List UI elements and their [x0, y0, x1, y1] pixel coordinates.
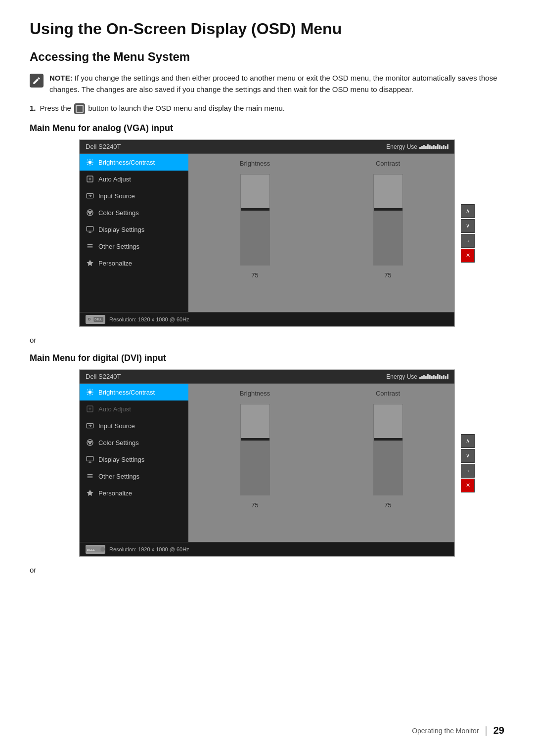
- svg-line-7: [88, 164, 88, 165]
- subsection1-title: Main Menu for analog (VGA) input: [30, 123, 504, 133]
- svg-marker-26: [87, 260, 93, 266]
- dvi-nav-right-button[interactable]: →: [461, 464, 475, 478]
- osd-dvi-menu-item-other-settings[interactable]: Other Settings: [80, 468, 188, 485]
- section-title: Accessing the Menu System: [30, 50, 504, 64]
- auto-adjust-icon: [86, 175, 94, 183]
- svg-point-58: [100, 547, 105, 552]
- osd-button-inline: [74, 103, 85, 114]
- menu-item-label: Other Settings: [98, 243, 139, 250]
- svg-line-34: [88, 390, 88, 390]
- energy-bar: [419, 377, 421, 379]
- osd-dvi-header: Dell S2240T Energy Use: [80, 370, 454, 384]
- osd-vga-energy: Energy Use: [386, 143, 448, 150]
- menu-item-label: Display Settings: [98, 226, 144, 233]
- dvi-contrast-fill: [374, 441, 402, 495]
- note-text: NOTE: If you change the settings and the…: [49, 73, 504, 95]
- dvi-nav-down-button[interactable]: ∨: [461, 449, 475, 463]
- page-title: Using the On-Screen Display (OSD) Menu: [30, 20, 504, 38]
- energy-bar: [429, 375, 431, 379]
- osd-menu-item-auto-adjust[interactable]: Auto Adjust: [80, 171, 188, 187]
- osd-menu-item-other-settings[interactable]: Other Settings: [80, 238, 188, 255]
- dvi-nav-up-button[interactable]: ∧: [461, 434, 475, 448]
- menu-item-label: Auto Adjust: [98, 405, 131, 413]
- color-settings-icon-dvi: [86, 438, 94, 447]
- osd-dvi-nav-buttons: ∧ ∨ → ✕: [461, 434, 475, 492]
- energy-bar: [437, 144, 439, 149]
- osd-menu-item-input-source[interactable]: Input Source: [80, 187, 188, 204]
- svg-point-31: [89, 391, 92, 394]
- menu-item-label: Brightness/Contrast: [98, 389, 155, 396]
- dvi-contrast-value: 75: [384, 501, 391, 509]
- other-settings-icon-dvi: [86, 472, 94, 481]
- osd-vga-header: Dell S2240T Energy Use: [80, 140, 454, 154]
- osd-dvi-menu-item-display-settings[interactable]: Display Settings: [80, 451, 188, 468]
- step-1: 1. Press the button to launch the OSD me…: [30, 103, 504, 114]
- svg-line-39: [92, 390, 92, 390]
- nav-close-button[interactable]: ✕: [461, 249, 475, 263]
- osd-menu-item-brightness[interactable]: Brightness/Contrast: [80, 154, 188, 171]
- brightness-label: Brightness: [240, 160, 270, 167]
- energy-bar: [447, 144, 448, 149]
- personalize-icon-dvi: [86, 489, 94, 497]
- osd-menu-item-display-settings[interactable]: Display Settings: [80, 221, 188, 238]
- input-source-icon-dvi: [86, 421, 94, 430]
- energy-bar: [427, 374, 429, 379]
- step-text: Press the button to launch the OSD menu …: [40, 103, 285, 114]
- energy-bar: [443, 145, 445, 149]
- svg-point-0: [89, 161, 92, 164]
- energy-bar: [439, 375, 441, 379]
- pencil-icon: [32, 76, 41, 85]
- contrast-label: Contrast: [376, 160, 400, 167]
- osd-dvi-energy: Energy Use: [386, 373, 448, 380]
- osd-vga-resolution: Resolution: 1920 x 1080 @ 60Hz: [109, 316, 189, 322]
- other-settings-icon: [86, 242, 94, 251]
- nav-up-button[interactable]: ∧: [461, 204, 475, 218]
- svg-point-16: [90, 211, 92, 213]
- osd-dvi-menu-item-brightness[interactable]: Brightness/Contrast: [80, 384, 188, 400]
- contrast-thumb: [374, 208, 402, 211]
- osd-dvi-brightness-col: Brightness 75: [188, 384, 321, 542]
- energy-bar: [441, 146, 443, 149]
- nav-down-button[interactable]: ∨: [461, 219, 475, 233]
- osd-contrast-col: Contrast 75: [321, 154, 454, 312]
- svg-rect-49: [87, 456, 93, 461]
- subsection2-title: Main Menu for digital (DVI) input: [30, 353, 504, 363]
- osd-dvi-body: Brightness/Contrast Auto Adjust Input So…: [80, 384, 454, 542]
- svg-text:DELL: DELL: [87, 548, 95, 551]
- energy-bar: [435, 146, 437, 149]
- footer-text: Operating the Monitor: [412, 727, 479, 735]
- osd-dvi-wrapper: Dell S2240T Energy Use: [79, 369, 455, 557]
- nav-right-button[interactable]: →: [461, 234, 475, 248]
- energy-bar: [433, 375, 435, 379]
- dvi-brightness-label: Brightness: [240, 390, 270, 397]
- energy-bar: [431, 376, 433, 379]
- footer-divider: |: [485, 725, 488, 736]
- energy-bar: [447, 374, 448, 379]
- osd-dvi-menu-item-color-settings[interactable]: Color Settings: [80, 434, 188, 451]
- svg-line-38: [88, 394, 88, 395]
- svg-line-35: [92, 394, 92, 395]
- energy-bar: [445, 376, 446, 379]
- energy-bar: [421, 146, 423, 149]
- menu-item-label: Personalize: [98, 260, 132, 267]
- energy-bar: [445, 146, 446, 149]
- osd-menu-item-color-settings[interactable]: Color Settings: [80, 204, 188, 221]
- sun-icon: [86, 158, 94, 167]
- energy-bar: [441, 376, 443, 379]
- osd-menu-item-personalize[interactable]: Personalize: [80, 255, 188, 271]
- brightness-slider: [240, 174, 270, 266]
- dvi-nav-close-button[interactable]: ✕: [461, 479, 475, 492]
- osd-dvi-screenshot: Dell S2240T Energy Use: [79, 369, 455, 557]
- svg-marker-55: [87, 489, 93, 496]
- menu-item-label: Input Source: [98, 192, 135, 200]
- energy-bar: [427, 144, 429, 149]
- menu-item-label: Auto Adjust: [98, 176, 131, 183]
- page-footer: Operating the Monitor | 29: [412, 725, 504, 736]
- osd-dvi-menu-item-personalize[interactable]: Personalize: [80, 485, 188, 501]
- svg-line-3: [88, 160, 88, 160]
- menu-item-label: Personalize: [98, 489, 132, 497]
- svg-point-17: [89, 213, 91, 215]
- dvi-contrast-label: Contrast: [376, 390, 400, 397]
- sun-icon-dvi: [86, 388, 94, 397]
- osd-dvi-menu-item-input-source[interactable]: Input Source: [80, 417, 188, 434]
